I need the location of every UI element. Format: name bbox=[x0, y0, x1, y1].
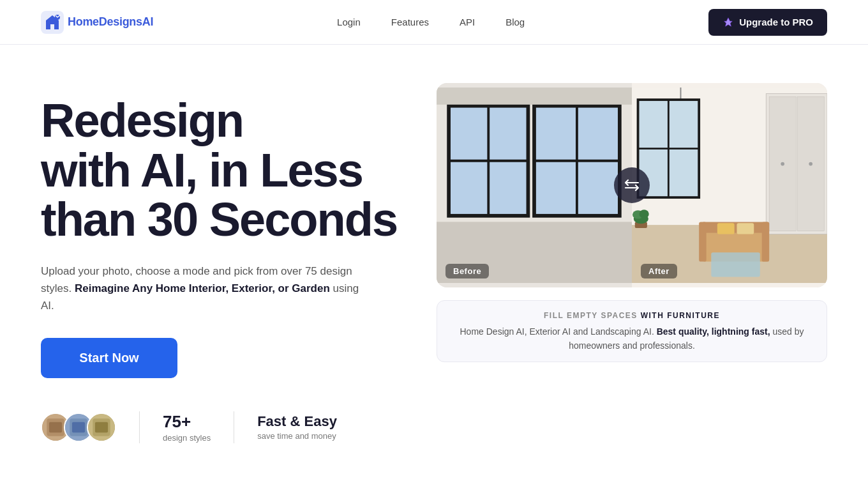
stat-divider-2 bbox=[234, 411, 234, 443]
upgrade-icon bbox=[722, 17, 734, 28]
avatar-image-3 bbox=[88, 413, 115, 442]
navbar: HomeDesignsAI Login Features API Blog Up… bbox=[0, 0, 868, 45]
upgrade-button[interactable]: Upgrade to PRO bbox=[708, 9, 827, 36]
svg-rect-42 bbox=[762, 222, 769, 261]
before-label: Before bbox=[445, 264, 489, 278]
before-after-container: Before bbox=[437, 83, 827, 287]
swap-icon bbox=[623, 176, 641, 194]
nav-features[interactable]: Features bbox=[391, 17, 429, 27]
start-now-button[interactable]: Start Now bbox=[41, 338, 177, 378]
svg-point-38 bbox=[639, 210, 648, 218]
hero-heading: Redesign with AI, in Less than 30 Second… bbox=[41, 96, 398, 245]
after-label: After bbox=[641, 264, 677, 278]
stat-fast-sub: save time and money bbox=[257, 431, 337, 441]
svg-rect-20 bbox=[437, 88, 632, 105]
bottom-bar: FILL EMPTY SPACES WITH FURNITURE Home De… bbox=[437, 300, 827, 362]
after-room bbox=[632, 83, 827, 287]
svg-rect-41 bbox=[699, 222, 706, 261]
avatar-group bbox=[41, 413, 116, 442]
svg-rect-4 bbox=[49, 422, 62, 432]
svg-rect-7 bbox=[72, 422, 85, 432]
before-room-svg bbox=[437, 83, 632, 287]
svg-point-27 bbox=[781, 162, 784, 166]
logo-icon bbox=[41, 11, 64, 34]
before-panel: Before bbox=[437, 83, 632, 287]
svg-rect-44 bbox=[717, 223, 735, 234]
hero-subtext: Upload your photo, choose a mode and pic… bbox=[41, 263, 360, 315]
svg-point-28 bbox=[809, 162, 812, 166]
stat-design-styles: 75+ design styles bbox=[163, 412, 211, 443]
fill-spaces-label: FILL EMPTY SPACES WITH FURNITURE bbox=[544, 311, 720, 320]
after-room-svg bbox=[632, 83, 827, 287]
swap-button[interactable] bbox=[614, 167, 650, 203]
nav-login[interactable]: Login bbox=[337, 17, 361, 27]
svg-rect-45 bbox=[737, 223, 754, 234]
hero-stats: 75+ design styles Fast & Easy save time … bbox=[41, 411, 398, 443]
svg-rect-40 bbox=[702, 222, 769, 233]
stat-count-label: design styles bbox=[163, 433, 211, 443]
stat-fast-easy: Fast & Easy save time and money bbox=[257, 413, 337, 441]
after-panel: After bbox=[632, 83, 827, 287]
nav-blog[interactable]: Blog bbox=[505, 17, 525, 27]
stat-divider bbox=[139, 411, 140, 443]
hero-section: Redesign with AI, in Less than 30 Second… bbox=[0, 45, 868, 488]
logo-text: HomeDesignsAI bbox=[68, 15, 153, 29]
nav-links: Login Features API Blog bbox=[337, 17, 525, 28]
stat-count: 75+ bbox=[163, 412, 211, 432]
nav-api[interactable]: API bbox=[460, 17, 475, 27]
hero-right: Before bbox=[437, 83, 827, 362]
logo-link[interactable]: HomeDesignsAI bbox=[41, 11, 153, 34]
svg-rect-43 bbox=[711, 252, 760, 277]
hero-left: Redesign with AI, in Less than 30 Second… bbox=[41, 83, 398, 443]
stat-fast-title: Fast & Easy bbox=[257, 413, 337, 430]
avatar-3 bbox=[87, 413, 116, 442]
before-room bbox=[437, 83, 632, 287]
svg-rect-10 bbox=[95, 422, 108, 432]
bottom-desc: Home Design AI, Exterior AI and Landscap… bbox=[450, 325, 814, 353]
